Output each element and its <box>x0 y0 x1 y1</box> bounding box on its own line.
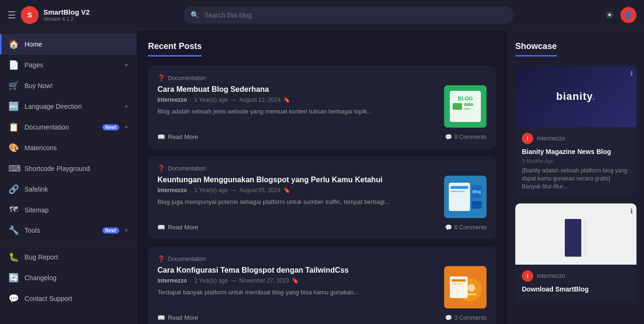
sidebar-item-buynow[interactable]: 🛒 Buy Now! <box>0 75 136 96</box>
svg-rect-20 <box>452 279 466 282</box>
post-footer-2: 📖 Read More 💬 6 Comments <box>157 224 487 231</box>
sidebar-icon-buynow: 🛒 <box>8 81 19 91</box>
sidebar-label-shortcode: Shortcode Playground <box>25 165 128 172</box>
ss-main <box>583 219 587 257</box>
read-more-icon-3: 📖 <box>157 314 165 321</box>
sidebar-icon-pages: 📄 <box>8 60 19 70</box>
post-text-2: Keuntungan Menggunakan Blogspot yang Per… <box>157 176 437 207</box>
post-excerpt-3: Terdapat banyak platform untuk membuat b… <box>157 288 437 297</box>
showcase-card-body-2: I Intermezzo Download SmartBlog <box>515 265 636 301</box>
showcase-card-title-2[interactable]: Download SmartBlog <box>522 285 630 293</box>
comments-count-3: 💬 3 Comments <box>445 315 487 321</box>
sidebar-badge-tools: New! <box>102 227 119 234</box>
sidebar-label-languagedirection: Language Direction <box>25 103 119 110</box>
showcase-card-author-1: I Intermezzo <box>522 133 630 144</box>
search-icon: 🔍 <box>190 11 199 19</box>
post-dash-3: — <box>231 277 236 284</box>
sidebar-item-pages[interactable]: 📄 Pages ▾ <box>0 55 136 75</box>
post-thumbnail-3 <box>444 266 487 308</box>
svg-rect-5 <box>464 108 471 110</box>
sidebar-item-contactsupport[interactable]: 💬 Contact Support <box>0 288 136 309</box>
read-more-btn-3[interactable]: 📖 Read More <box>157 314 198 321</box>
recent-posts-title: Recent Posts <box>148 41 202 57</box>
post-category-2: ❓ Documentation <box>157 165 487 172</box>
post-date-1: August 12, 2024 <box>239 97 280 103</box>
sidebar-icon-safelink: 🔗 <box>8 184 19 194</box>
post-footer-1: 📖 Read More 💬 9 Comments <box>157 133 487 140</box>
sidebar-label-changelog: Changelog <box>25 274 128 282</box>
sidebar-item-changelog[interactable]: 🔄 Changelog <box>0 267 136 288</box>
post-separator-1: · <box>190 97 191 103</box>
sidebar-item-bugreport[interactable]: 🐛 Bug Report <box>0 247 136 267</box>
post-author-1: Intermezzo <box>157 97 187 103</box>
comments-count-2: 💬 6 Comments <box>445 224 487 231</box>
sidebar-chevron-tools: ▾ <box>125 227 128 234</box>
post-card-body-2: Keuntungan Menggunakan Blogspot yang Per… <box>157 176 487 218</box>
sidebar-icon-bugreport: 🐛 <box>8 252 19 262</box>
sidebar-icon-contactsupport: 💬 <box>8 293 19 304</box>
sidebar-divider <box>0 243 136 244</box>
read-more-btn-1[interactable]: 📖 Read More <box>157 133 198 140</box>
sidebar-item-safelink[interactable]: 🔗 Safelink <box>0 179 136 200</box>
post-title-1[interactable]: Cara Membuat Blog Sederhana <box>157 85 437 94</box>
bookmark-icon-3[interactable]: 🔖 <box>292 277 299 284</box>
showcase-card-title-1[interactable]: Bianity Magazine News Blog <box>522 148 630 155</box>
read-more-icon-1: 📖 <box>157 133 165 140</box>
topbar-right: ☀ 👤 <box>605 7 636 23</box>
category-icon-3: ❓ <box>157 255 165 262</box>
theme-icon[interactable]: ☀ <box>605 9 614 21</box>
sidebar-item-shortcode[interactable]: ⌨ Shortcode Playground <box>0 158 136 179</box>
sidebar-item-matericons[interactable]: 🎨 Matericons <box>0 138 136 158</box>
sidebar-item-sitemap[interactable]: 🗺 Sitemap <box>0 200 136 220</box>
showcase-card-time-1: 3 Months Ago <box>522 158 630 164</box>
search-input[interactable] <box>183 7 513 24</box>
search-bar: 🔍 <box>183 7 513 24</box>
post-author-3: Intermezzo <box>157 277 187 284</box>
post-thumbnail-1: BLOG <box>444 85 487 128</box>
sidebar-item-documentation[interactable]: 📋 Documentation New! ▾ <box>0 117 136 138</box>
post-time-1: 1 Year(s) ago <box>194 97 228 103</box>
content-area: Recent Posts ❓ Documentation Cara Membua… <box>137 30 507 324</box>
showcase-author-avatar-2: I <box>522 270 533 282</box>
read-more-btn-2[interactable]: 📖 Read More <box>157 224 198 231</box>
showcase-card-author-2: I Intermezzo <box>522 270 630 282</box>
bookmark-icon-2[interactable]: 🔖 <box>283 187 290 194</box>
svg-point-24 <box>468 284 475 292</box>
post-title-2[interactable]: Keuntungan Menggunakan Blogspot yang Per… <box>157 176 437 184</box>
sidebar-chevron-languagedirection: ▾ <box>125 103 128 110</box>
search-wrapper: 🔍 <box>183 7 513 24</box>
sidebar-icon-documentation: 📋 <box>8 122 19 132</box>
svg-text:BLOG: BLOG <box>458 96 473 101</box>
svg-rect-7 <box>453 116 467 118</box>
sidebar-item-home[interactable]: 🏠 Home <box>0 34 136 55</box>
app-version: Version 4.1.2 <box>43 16 90 22</box>
post-thumbnail-2: Blog <box>444 176 487 218</box>
post-title-3[interactable]: Cara Konfigurasi Tema Blogspot dengan Ta… <box>157 266 437 275</box>
sidebar-label-pages: Pages <box>25 61 119 69</box>
comment-icon-2: 💬 <box>445 224 452 231</box>
sidebar-item-tools[interactable]: 🔧 Tools New! ▾ <box>0 220 136 241</box>
svg-rect-23 <box>452 289 462 290</box>
bookmark-icon-1[interactable]: 🔖 <box>283 97 290 103</box>
showcase-title: Showcase <box>515 41 557 57</box>
post-time-3: 2 Year(s) ago <box>194 277 228 284</box>
svg-rect-16 <box>471 201 482 209</box>
hamburger-icon[interactable]: ☰ <box>8 9 16 21</box>
post-meta-3: Intermezzo · 2 Year(s) ago — November 27… <box>157 277 437 284</box>
topbar-left: ☰ S SmartBlog V2 Version 4.1.2 <box>8 6 135 24</box>
post-text-3: Cara Konfigurasi Tema Blogspot dengan Ta… <box>157 266 437 297</box>
sidebar-icon-home: 🏠 <box>8 39 19 49</box>
category-icon-2: ❓ <box>157 165 165 172</box>
category-label-3: Documentation <box>168 256 206 262</box>
app-logo: S <box>21 6 39 24</box>
sidebar-item-languagedirection[interactable]: 🔤 Language Direction ▾ <box>0 96 136 117</box>
post-footer-3: 📖 Read More 💬 3 Comments <box>157 314 487 321</box>
showcase-author-name-2: Intermezzo <box>537 273 565 279</box>
info-icon-2[interactable]: ℹ <box>630 207 633 215</box>
sidebar: 🏠 Home 📄 Pages ▾ 🛒 Buy Now! 🔤 Language D… <box>0 30 137 324</box>
sidebar-label-documentation: Documentation <box>25 123 97 131</box>
info-icon-1[interactable]: ℹ <box>630 70 633 77</box>
avatar[interactable]: 👤 <box>620 7 636 23</box>
post-card-3: ❓ Documentation Cara Konfigurasi Tema Bl… <box>148 247 496 324</box>
comments-count-1: 💬 9 Comments <box>445 134 487 140</box>
